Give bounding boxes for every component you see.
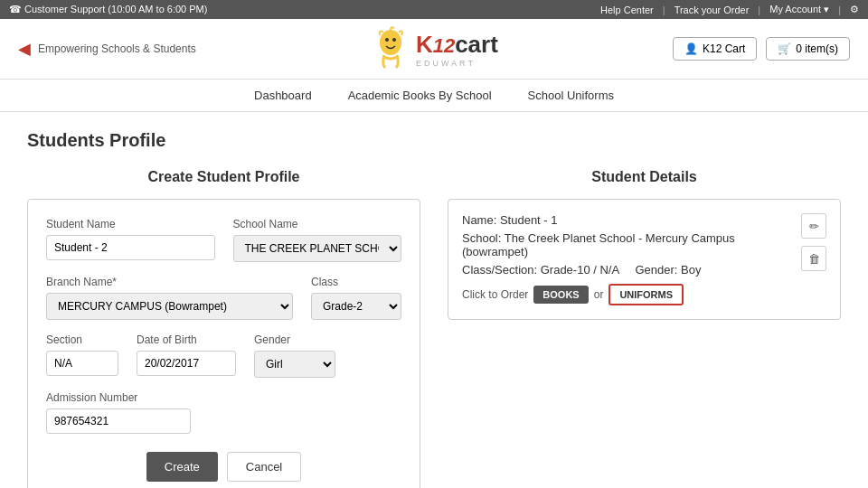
- student-details-panel: Student Details Name: Student - 1 School…: [448, 169, 841, 488]
- gender-group: Gender Girl: [254, 333, 335, 378]
- svg-point-1: [385, 38, 389, 42]
- school-label-detail: School:: [462, 231, 501, 245]
- form-box: Student Name School Name THE CREEK PLANE…: [27, 199, 420, 488]
- delete-button[interactable]: 🗑: [801, 246, 826, 271]
- student-name-label: Student Name: [46, 218, 215, 230]
- branch-select[interactable]: MERCURY CAMPUS (Bowrampet): [46, 293, 293, 320]
- gender-label-detail: Gender:: [636, 263, 678, 277]
- admission-input[interactable]: [46, 408, 191, 434]
- back-icon[interactable]: ◀: [18, 39, 31, 59]
- header-right: 👤 K12 Cart 🛒 0 item(s): [673, 37, 850, 61]
- uniforms-button[interactable]: UNIFORMS: [609, 284, 684, 305]
- student-name-detail: Name: Student - 1: [462, 213, 801, 227]
- dob-label: Date of Birth: [137, 333, 236, 346]
- delete-icon: 🗑: [808, 252, 820, 266]
- support-text: ☎ Customer Support (10:00 AM to 6:00 PM): [9, 4, 207, 15]
- class-label-detail: Class/Section:: [462, 263, 537, 277]
- main-nav: Dashboard Academic Books By School Schoo…: [0, 80, 868, 112]
- student-info: Name: Student - 1 School: The Creek Plan…: [462, 213, 801, 305]
- track-order-link[interactable]: Track your Order: [675, 5, 750, 15]
- form-buttons: Create Cancel: [46, 452, 401, 482]
- form-row-4: Admission Number: [46, 391, 401, 434]
- school-name-label: School Name: [233, 218, 402, 230]
- student-name-value-detail: Student - 1: [500, 213, 558, 227]
- create-form-heading: Create Student Profile: [27, 169, 420, 185]
- student-details-heading: Student Details: [448, 169, 841, 185]
- school-name-group: School Name THE CREEK PLANET SCHOOL: [233, 218, 402, 262]
- student-school-detail: School: The Creek Planet School - Mercur…: [462, 231, 801, 258]
- student-card: Name: Student - 1 School: The Creek Plan…: [448, 199, 841, 320]
- class-group: Class Grade-2: [311, 276, 401, 320]
- form-row-1: Student Name School Name THE CREEK PLANE…: [46, 218, 401, 262]
- edit-icon: ✏: [809, 220, 819, 233]
- k12-cart-button[interactable]: 👤 K12 Cart: [673, 37, 757, 61]
- cart-count-label: 0 item(s): [796, 42, 838, 55]
- nav-dashboard[interactable]: Dashboard: [254, 89, 312, 102]
- top-bar-right: Help Center | Track your Order | My Acco…: [600, 4, 859, 15]
- form-row-2: Branch Name* MERCURY CAMPUS (Bowrampet) …: [46, 276, 401, 320]
- page-content: Students Profile Create Student Profile …: [0, 112, 868, 488]
- dob-input[interactable]: [137, 351, 236, 376]
- header: ◀ Empowering Schools & Students K12cart: [0, 19, 868, 80]
- cart-button[interactable]: 🛒 0 item(s): [766, 37, 850, 61]
- school-value-detail: The Creek Planet School - Mercury Campus…: [462, 231, 735, 258]
- branch-group: Branch Name* MERCURY CAMPUS (Bowrampet): [46, 276, 293, 320]
- create-form-panel: Create Student Profile Student Name Scho…: [27, 169, 420, 488]
- school-name-select[interactable]: THE CREEK PLANET SCHOOL: [233, 235, 402, 262]
- cancel-button[interactable]: Cancel: [227, 452, 301, 482]
- class-select[interactable]: Grade-2: [311, 293, 401, 320]
- form-row-3: Section Date of Birth Gender Girl: [46, 333, 401, 378]
- create-button[interactable]: Create: [146, 452, 218, 482]
- help-center-link[interactable]: Help Center: [600, 5, 654, 15]
- admission-label: Admission Number: [46, 391, 191, 404]
- section-group: Section: [46, 333, 118, 378]
- nav-books[interactable]: Academic Books By School: [348, 89, 492, 102]
- top-bar: ☎ Customer Support (10:00 AM to 6:00 PM)…: [0, 0, 868, 19]
- order-label: Click to Order: [462, 288, 528, 301]
- header-left: ◀ Empowering Schools & Students: [18, 39, 196, 59]
- page-title: Students Profile: [27, 130, 841, 151]
- edit-button[interactable]: ✏: [801, 213, 826, 239]
- class-value-detail: Grade-10 / N/A: [541, 263, 619, 277]
- student-name-input[interactable]: [46, 235, 215, 260]
- settings-icon[interactable]: ⚙: [850, 4, 859, 15]
- nav-uniforms[interactable]: School Uniforms: [528, 89, 614, 102]
- section-input[interactable]: [46, 351, 118, 376]
- order-row: Click to Order BOOKS or UNIFORMS: [462, 284, 801, 305]
- mascot-icon: [371, 26, 411, 71]
- my-account-link[interactable]: My Account ▾: [769, 4, 829, 15]
- tagline: Empowering Schools & Students: [38, 42, 196, 55]
- gender-value-detail: Boy: [681, 263, 701, 277]
- class-label: Class: [311, 276, 401, 288]
- gender-select[interactable]: Girl: [254, 351, 335, 378]
- k12-cart-label: K12 Cart: [703, 42, 745, 55]
- dob-group: Date of Birth: [137, 333, 236, 378]
- branch-label: Branch Name*: [46, 276, 293, 288]
- card-actions: ✏ 🗑: [801, 213, 826, 271]
- or-label: or: [594, 288, 604, 301]
- logo-tagline: EDUWART: [416, 59, 498, 68]
- section-label: Section: [46, 333, 118, 346]
- admission-group: Admission Number: [46, 391, 191, 434]
- books-button[interactable]: BOOKS: [533, 286, 588, 304]
- student-card-header: Name: Student - 1 School: The Creek Plan…: [462, 213, 826, 305]
- cart-icon: 🛒: [778, 42, 791, 55]
- user-icon: 👤: [684, 42, 698, 55]
- logo: K12cart EDUWART: [371, 26, 498, 71]
- two-column-layout: Create Student Profile Student Name Scho…: [27, 169, 841, 488]
- student-name-group: Student Name: [46, 218, 215, 262]
- student-class-gender: Class/Section: Grade-10 / N/A Gender: Bo…: [462, 263, 801, 277]
- svg-point-0: [380, 30, 401, 55]
- svg-point-2: [392, 38, 396, 42]
- logo-text: K12cart: [416, 31, 498, 59]
- student-name-label-detail: Name:: [462, 213, 496, 227]
- gender-label: Gender: [254, 333, 335, 346]
